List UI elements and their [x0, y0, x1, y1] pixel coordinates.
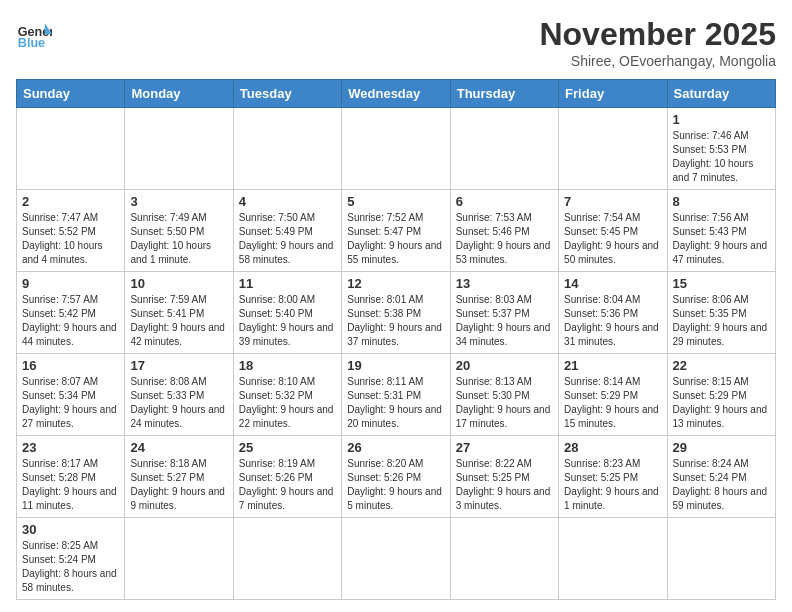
- day-info: Sunrise: 8:03 AM Sunset: 5:37 PM Dayligh…: [456, 293, 553, 349]
- calendar-cell: 25Sunrise: 8:19 AM Sunset: 5:26 PM Dayli…: [233, 436, 341, 518]
- day-info: Sunrise: 8:25 AM Sunset: 5:24 PM Dayligh…: [22, 539, 119, 595]
- weekday-header-sunday: Sunday: [17, 80, 125, 108]
- weekday-header-friday: Friday: [559, 80, 667, 108]
- calendar-cell: 10Sunrise: 7:59 AM Sunset: 5:41 PM Dayli…: [125, 272, 233, 354]
- day-info: Sunrise: 8:18 AM Sunset: 5:27 PM Dayligh…: [130, 457, 227, 513]
- day-number: 18: [239, 358, 336, 373]
- title-block: November 2025 Shiree, OEvoerhangay, Mong…: [539, 16, 776, 69]
- day-info: Sunrise: 8:10 AM Sunset: 5:32 PM Dayligh…: [239, 375, 336, 431]
- calendar-cell: 1Sunrise: 7:46 AM Sunset: 5:53 PM Daylig…: [667, 108, 775, 190]
- week-row-4: 16Sunrise: 8:07 AM Sunset: 5:34 PM Dayli…: [17, 354, 776, 436]
- calendar-cell: [450, 518, 558, 600]
- day-info: Sunrise: 8:00 AM Sunset: 5:40 PM Dayligh…: [239, 293, 336, 349]
- day-number: 16: [22, 358, 119, 373]
- calendar-cell: 24Sunrise: 8:18 AM Sunset: 5:27 PM Dayli…: [125, 436, 233, 518]
- day-info: Sunrise: 8:23 AM Sunset: 5:25 PM Dayligh…: [564, 457, 661, 513]
- day-info: Sunrise: 8:14 AM Sunset: 5:29 PM Dayligh…: [564, 375, 661, 431]
- day-number: 9: [22, 276, 119, 291]
- day-number: 3: [130, 194, 227, 209]
- day-info: Sunrise: 8:08 AM Sunset: 5:33 PM Dayligh…: [130, 375, 227, 431]
- calendar-cell: 26Sunrise: 8:20 AM Sunset: 5:26 PM Dayli…: [342, 436, 450, 518]
- day-number: 12: [347, 276, 444, 291]
- calendar-cell: 20Sunrise: 8:13 AM Sunset: 5:30 PM Dayli…: [450, 354, 558, 436]
- day-number: 22: [673, 358, 770, 373]
- day-number: 11: [239, 276, 336, 291]
- day-number: 29: [673, 440, 770, 455]
- day-info: Sunrise: 8:13 AM Sunset: 5:30 PM Dayligh…: [456, 375, 553, 431]
- day-info: Sunrise: 7:59 AM Sunset: 5:41 PM Dayligh…: [130, 293, 227, 349]
- day-info: Sunrise: 7:57 AM Sunset: 5:42 PM Dayligh…: [22, 293, 119, 349]
- day-info: Sunrise: 7:50 AM Sunset: 5:49 PM Dayligh…: [239, 211, 336, 267]
- day-info: Sunrise: 7:52 AM Sunset: 5:47 PM Dayligh…: [347, 211, 444, 267]
- calendar-cell: [667, 518, 775, 600]
- weekday-header-monday: Monday: [125, 80, 233, 108]
- day-number: 23: [22, 440, 119, 455]
- calendar-cell: [233, 518, 341, 600]
- calendar-cell: 27Sunrise: 8:22 AM Sunset: 5:25 PM Dayli…: [450, 436, 558, 518]
- calendar-cell: 14Sunrise: 8:04 AM Sunset: 5:36 PM Dayli…: [559, 272, 667, 354]
- calendar-cell: 30Sunrise: 8:25 AM Sunset: 5:24 PM Dayli…: [17, 518, 125, 600]
- calendar-cell: [450, 108, 558, 190]
- weekday-header-tuesday: Tuesday: [233, 80, 341, 108]
- week-row-5: 23Sunrise: 8:17 AM Sunset: 5:28 PM Dayli…: [17, 436, 776, 518]
- calendar-cell: [233, 108, 341, 190]
- day-info: Sunrise: 8:11 AM Sunset: 5:31 PM Dayligh…: [347, 375, 444, 431]
- calendar-cell: [342, 518, 450, 600]
- day-info: Sunrise: 7:54 AM Sunset: 5:45 PM Dayligh…: [564, 211, 661, 267]
- day-info: Sunrise: 7:56 AM Sunset: 5:43 PM Dayligh…: [673, 211, 770, 267]
- day-info: Sunrise: 8:24 AM Sunset: 5:24 PM Dayligh…: [673, 457, 770, 513]
- calendar-cell: 12Sunrise: 8:01 AM Sunset: 5:38 PM Dayli…: [342, 272, 450, 354]
- day-number: 5: [347, 194, 444, 209]
- day-info: Sunrise: 7:53 AM Sunset: 5:46 PM Dayligh…: [456, 211, 553, 267]
- calendar-cell: 9Sunrise: 7:57 AM Sunset: 5:42 PM Daylig…: [17, 272, 125, 354]
- day-info: Sunrise: 7:46 AM Sunset: 5:53 PM Dayligh…: [673, 129, 770, 185]
- calendar-cell: 8Sunrise: 7:56 AM Sunset: 5:43 PM Daylig…: [667, 190, 775, 272]
- day-info: Sunrise: 8:19 AM Sunset: 5:26 PM Dayligh…: [239, 457, 336, 513]
- calendar-cell: [125, 108, 233, 190]
- day-number: 21: [564, 358, 661, 373]
- week-row-2: 2Sunrise: 7:47 AM Sunset: 5:52 PM Daylig…: [17, 190, 776, 272]
- day-number: 26: [347, 440, 444, 455]
- logo-icon: General Blue: [16, 16, 52, 52]
- day-number: 10: [130, 276, 227, 291]
- calendar-cell: 28Sunrise: 8:23 AM Sunset: 5:25 PM Dayli…: [559, 436, 667, 518]
- week-row-6: 30Sunrise: 8:25 AM Sunset: 5:24 PM Dayli…: [17, 518, 776, 600]
- day-number: 28: [564, 440, 661, 455]
- day-number: 6: [456, 194, 553, 209]
- day-info: Sunrise: 8:06 AM Sunset: 5:35 PM Dayligh…: [673, 293, 770, 349]
- day-number: 24: [130, 440, 227, 455]
- calendar-cell: [125, 518, 233, 600]
- day-number: 4: [239, 194, 336, 209]
- day-number: 20: [456, 358, 553, 373]
- day-number: 7: [564, 194, 661, 209]
- day-number: 2: [22, 194, 119, 209]
- calendar-cell: 6Sunrise: 7:53 AM Sunset: 5:46 PM Daylig…: [450, 190, 558, 272]
- calendar-cell: 29Sunrise: 8:24 AM Sunset: 5:24 PM Dayli…: [667, 436, 775, 518]
- day-info: Sunrise: 8:01 AM Sunset: 5:38 PM Dayligh…: [347, 293, 444, 349]
- day-number: 27: [456, 440, 553, 455]
- day-info: Sunrise: 8:22 AM Sunset: 5:25 PM Dayligh…: [456, 457, 553, 513]
- calendar-cell: 15Sunrise: 8:06 AM Sunset: 5:35 PM Dayli…: [667, 272, 775, 354]
- calendar-cell: [559, 518, 667, 600]
- day-number: 13: [456, 276, 553, 291]
- day-number: 15: [673, 276, 770, 291]
- day-info: Sunrise: 8:20 AM Sunset: 5:26 PM Dayligh…: [347, 457, 444, 513]
- week-row-3: 9Sunrise: 7:57 AM Sunset: 5:42 PM Daylig…: [17, 272, 776, 354]
- calendar-cell: [559, 108, 667, 190]
- day-number: 1: [673, 112, 770, 127]
- calendar-cell: 23Sunrise: 8:17 AM Sunset: 5:28 PM Dayli…: [17, 436, 125, 518]
- location-subtitle: Shiree, OEvoerhangay, Mongolia: [539, 53, 776, 69]
- day-number: 8: [673, 194, 770, 209]
- calendar-cell: 13Sunrise: 8:03 AM Sunset: 5:37 PM Dayli…: [450, 272, 558, 354]
- day-number: 17: [130, 358, 227, 373]
- weekday-header-row: SundayMondayTuesdayWednesdayThursdayFrid…: [17, 80, 776, 108]
- day-info: Sunrise: 7:49 AM Sunset: 5:50 PM Dayligh…: [130, 211, 227, 267]
- page-header: General Blue November 2025 Shiree, OEvoe…: [16, 16, 776, 69]
- calendar-cell: 4Sunrise: 7:50 AM Sunset: 5:49 PM Daylig…: [233, 190, 341, 272]
- calendar-cell: [17, 108, 125, 190]
- logo: General Blue: [16, 16, 52, 52]
- calendar-cell: 16Sunrise: 8:07 AM Sunset: 5:34 PM Dayli…: [17, 354, 125, 436]
- weekday-header-wednesday: Wednesday: [342, 80, 450, 108]
- calendar-cell: 5Sunrise: 7:52 AM Sunset: 5:47 PM Daylig…: [342, 190, 450, 272]
- weekday-header-saturday: Saturday: [667, 80, 775, 108]
